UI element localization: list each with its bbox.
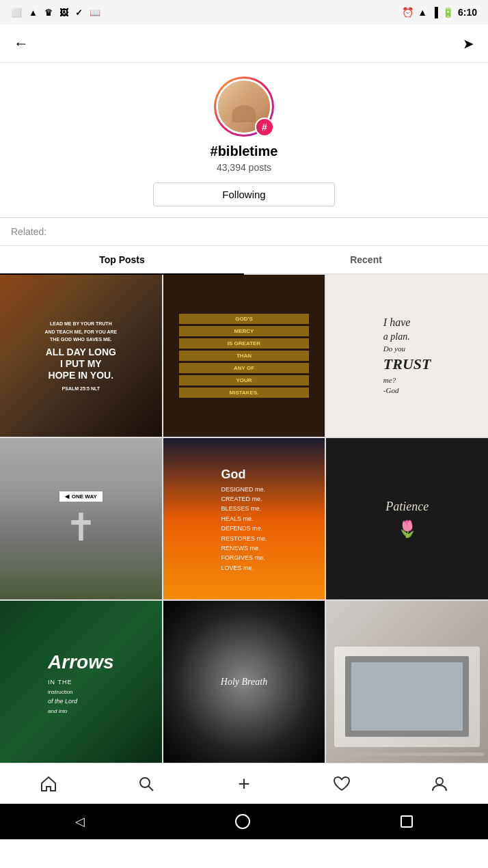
patience-content: Patience 🌷 (385, 500, 429, 539)
hashtag-badge: # (255, 118, 274, 137)
battery-icon: 🔋 (442, 7, 454, 18)
related-label: Related: (11, 226, 46, 237)
holy-breath-inner: Holy Breath (163, 601, 325, 763)
send-button[interactable]: ➤ (463, 36, 474, 52)
grid-cell-cross[interactable]: ◀ ONE WAY ✝ (0, 438, 162, 600)
mercy-inner: GOD'S MERCY IS GREATER THAN ANY OF YOUR … (163, 275, 325, 437)
patience-flower: 🌷 (385, 519, 429, 539)
time-display: 6:10 (458, 7, 477, 18)
home-nav-button[interactable] (31, 767, 66, 801)
follow-button[interactable]: Following (153, 182, 334, 206)
god-designed-text: God DESIGNED me. CREATED me. BLESSES me.… (216, 459, 273, 578)
book-icon: 📖 (90, 8, 100, 18)
signal-icon: ▐ (431, 7, 438, 18)
check-icon: ✓ (75, 8, 83, 18)
cross-inner: ◀ ONE WAY ✝ (0, 438, 162, 600)
profile-name: #bibletime (211, 144, 278, 159)
add-icon: + (238, 774, 250, 794)
grid-cell-holy-breath[interactable]: Holy Breath (163, 601, 325, 763)
profile-nav-button[interactable] (422, 767, 457, 801)
grid-cell-plan[interactable]: I have a plan. Do you TRUST me? -God (326, 275, 488, 437)
tab-top-posts[interactable]: Top Posts (0, 246, 244, 275)
grid-cell-patience[interactable]: Patience 🌷 (326, 438, 488, 600)
mercy-row-7: MISTAKES. (179, 388, 308, 398)
wifi-icon: ▲ (418, 7, 427, 18)
home-icon (40, 775, 57, 793)
profile-posts-count: 43,394 posts (217, 162, 271, 173)
crown-icon: ♛ (44, 8, 53, 18)
mercy-row-1: GOD'S (179, 314, 308, 324)
add-nav-button[interactable]: + (227, 767, 261, 801)
tab-recent[interactable]: Recent (244, 246, 488, 275)
top-nav: ← ➤ (0, 25, 488, 63)
one-way-text: ONE WAY (72, 493, 97, 500)
profile-icon (431, 775, 448, 793)
android-back-button[interactable]: ◁ (75, 814, 85, 829)
mercy-row-5: ANY OF (179, 363, 308, 373)
avatar-wrap: # (214, 77, 274, 137)
heart-icon (333, 775, 351, 793)
status-right: ⏰ ▲ ▐ 🔋 6:10 (402, 7, 477, 18)
mercy-row-4: THAN (179, 351, 308, 361)
search-icon (137, 775, 155, 793)
psalm-text: Lead me by your truthand teach me, for y… (39, 314, 122, 397)
android-nav: ◁ (0, 804, 488, 839)
grid-cell-desk[interactable] (326, 601, 488, 763)
alarm-icon: ⏰ (402, 7, 414, 18)
image-icon: 🖼 (59, 8, 68, 18)
search-nav-button[interactable] (129, 767, 163, 801)
profile-section: # #bibletime 43,394 posts Following (0, 63, 488, 218)
tabs-section: Top Posts Recent (0, 246, 488, 275)
heart-nav-button[interactable] (325, 767, 359, 801)
android-recent-button[interactable] (401, 815, 413, 828)
svg-line-1 (148, 786, 153, 791)
svg-point-0 (140, 778, 150, 787)
one-way-sign: ◀ ONE WAY (59, 491, 103, 502)
arrows-text: Arrows in the instruction of the Lord an… (41, 642, 120, 722)
holy-breath-text: Holy Breath (221, 677, 267, 688)
related-section: Related: (0, 218, 488, 246)
back-button[interactable]: ← (14, 35, 29, 53)
bottom-nav: + (0, 763, 488, 804)
desk-inner (326, 601, 488, 763)
patience-text: Patience (385, 500, 429, 514)
mercy-row-2: MERCY (179, 326, 308, 336)
grid-cell-arrows[interactable]: Arrows in the instruction of the Lord an… (0, 601, 162, 763)
grid-section: Lead me by your truthand teach me, for y… (0, 275, 488, 763)
cross-symbol: ✝ (65, 508, 97, 547)
plan-text: I have a plan. Do you TRUST me? -God (377, 308, 438, 403)
mercy-row-6: YOUR (179, 375, 308, 385)
status-icons: ⬜ ▲ ♛ 🖼 ✓ 📖 (11, 8, 100, 18)
svg-point-2 (436, 778, 443, 785)
tablet-icon: ⬜ (11, 8, 22, 18)
grid-cell-mercy[interactable]: GOD'S MERCY IS GREATER THAN ANY OF YOUR … (163, 275, 325, 437)
grid-cell-god-designed[interactable]: God DESIGNED me. CREATED me. BLESSES me.… (163, 438, 325, 600)
mercy-row-3: IS GREATER (179, 338, 308, 349)
drive-icon: ▲ (29, 8, 38, 18)
grid-cell-psalm[interactable]: Lead me by your truthand teach me, for y… (0, 275, 162, 437)
android-home-button[interactable] (235, 814, 250, 829)
status-bar: ⬜ ▲ ♛ 🖼 ✓ 📖 ⏰ ▲ ▐ 🔋 6:10 (0, 0, 488, 25)
